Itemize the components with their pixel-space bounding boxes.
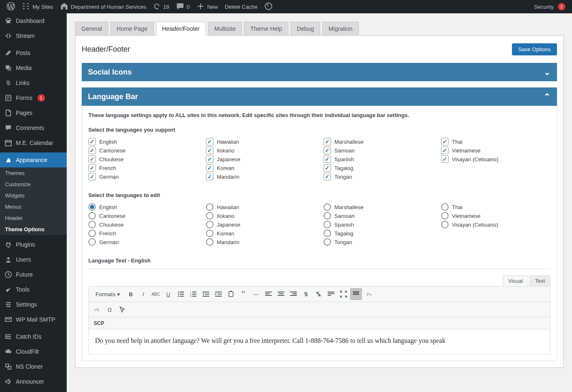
lang-radio-korean[interactable]: Korean bbox=[206, 230, 315, 237]
lang-radio-tagalog[interactable]: Tagalog bbox=[324, 230, 433, 237]
redo-button[interactable] bbox=[91, 304, 103, 315]
site-name[interactable]: Department of Human Services bbox=[57, 0, 150, 13]
lang-checkbox-chuukese[interactable]: Chuukese bbox=[88, 155, 198, 163]
tab-general[interactable]: General bbox=[75, 22, 108, 35]
strikethrough-button[interactable]: ABC bbox=[150, 288, 162, 300]
lang-checkbox-cantonese[interactable]: Cantonese bbox=[88, 147, 198, 154]
tab-home-page[interactable]: Home Page bbox=[110, 22, 154, 35]
align-right-button[interactable] bbox=[288, 288, 299, 300]
sidebar-item-settings[interactable]: Settings bbox=[0, 297, 67, 312]
tab-theme-help[interactable]: Theme Help bbox=[244, 22, 288, 35]
sidebar-item-pages[interactable]: Pages bbox=[0, 105, 67, 120]
lang-radio-visayan-cebuano-[interactable]: Visayan (Cebuano) bbox=[441, 221, 550, 228]
lang-radio-japanese[interactable]: Japanese bbox=[206, 221, 315, 228]
delete-cache[interactable]: Delete Cache bbox=[221, 0, 261, 13]
blockquote-button[interactable]: " bbox=[238, 288, 249, 300]
lang-checkbox-marshallese[interactable]: Marshallese bbox=[324, 138, 433, 145]
lang-radio-english[interactable]: English bbox=[88, 203, 198, 211]
paste-button[interactable] bbox=[225, 288, 237, 300]
fullscreen-button[interactable] bbox=[338, 288, 349, 300]
bullet-list-button[interactable] bbox=[175, 288, 187, 300]
lang-checkbox-german[interactable]: German bbox=[88, 173, 198, 180]
comments-menu[interactable]: 0 bbox=[173, 0, 193, 13]
sidebar-item-forms[interactable]: Forms1 bbox=[0, 90, 67, 105]
align-left-button[interactable] bbox=[263, 288, 274, 300]
tab-header-footer[interactable]: Header/Footer bbox=[156, 22, 206, 36]
unlink-button[interactable] bbox=[313, 288, 324, 300]
submenu-item-widgets[interactable]: Widgets bbox=[0, 190, 67, 201]
lang-radio-mandarin[interactable]: Mandarin bbox=[206, 238, 315, 246]
submenu-item-customize[interactable]: Customize bbox=[0, 179, 67, 190]
lang-radio-vietnamese[interactable]: Vietnamese bbox=[441, 212, 550, 220]
lang-checkbox-samoan[interactable]: Samoan bbox=[324, 147, 433, 154]
submenu-item-themes[interactable]: Themes bbox=[0, 167, 67, 179]
align-center-button[interactable] bbox=[275, 288, 287, 300]
submenu-item-header[interactable]: Header bbox=[0, 212, 67, 224]
performance[interactable] bbox=[261, 0, 276, 13]
lang-checkbox-hawaiian[interactable]: Hawaiian bbox=[206, 138, 315, 145]
hr-button[interactable]: — bbox=[250, 288, 262, 300]
lang-checkbox-korean[interactable]: Korean bbox=[206, 164, 315, 172]
number-list-button[interactable]: 123 bbox=[188, 288, 199, 300]
sidebar-item-ns-cloner[interactable]: NS Cloner bbox=[0, 359, 67, 368]
underline-button[interactable]: U bbox=[163, 288, 174, 300]
lang-checkbox-tongan[interactable]: Tongan bbox=[324, 173, 433, 180]
sidebar-item-media[interactable]: Media bbox=[0, 60, 67, 75]
lang-radio-ilokano[interactable]: Ilokano bbox=[206, 212, 315, 220]
sidebar-item-users[interactable]: Users bbox=[0, 252, 67, 267]
sidebar-item-m-e-calendar[interactable]: M.E. Calendar bbox=[0, 135, 67, 150]
text-tab[interactable]: Text bbox=[529, 275, 550, 286]
lang-checkbox-vietnamese[interactable]: Vietnamese bbox=[441, 147, 550, 154]
lang-checkbox-mandarin[interactable]: Mandarin bbox=[206, 173, 315, 180]
lang-checkbox-english[interactable]: English bbox=[88, 138, 198, 145]
updates[interactable]: 19 bbox=[150, 0, 172, 13]
lang-checkbox-french[interactable]: French bbox=[88, 164, 198, 172]
sidebar-item-appearance[interactable]: Appearance bbox=[0, 152, 67, 167]
special-char-button[interactable]: Ω bbox=[104, 304, 115, 315]
tab-multisite[interactable]: Multisite bbox=[208, 22, 242, 35]
lang-radio-french[interactable]: French bbox=[88, 230, 198, 237]
sidebar-item-future[interactable]: Future bbox=[0, 267, 67, 282]
sidebar-item-cloudfilt[interactable]: CloudFilt bbox=[0, 344, 67, 359]
sidebar-item-plugins[interactable]: Plugins bbox=[0, 237, 67, 252]
my-sites[interactable]: My Sites bbox=[18, 0, 57, 13]
save-button[interactable]: Save Options bbox=[512, 43, 557, 55]
lang-checkbox-spanish[interactable]: Spanish bbox=[324, 155, 433, 163]
link-button[interactable] bbox=[300, 288, 312, 300]
lang-radio-hawaiian[interactable]: Hawaiian bbox=[206, 203, 315, 211]
lang-checkbox-japanese[interactable]: Japanese bbox=[206, 155, 315, 163]
sidebar-item-posts[interactable]: Posts bbox=[0, 45, 67, 60]
formats-dropdown[interactable]: Formats ▾ bbox=[91, 290, 124, 299]
sidebar-item-tools[interactable]: Tools bbox=[0, 282, 67, 297]
lang-radio-german[interactable]: German bbox=[88, 238, 198, 246]
more-button[interactable] bbox=[325, 288, 337, 300]
lang-radio-samoan[interactable]: Samoan bbox=[324, 212, 433, 220]
lang-checkbox-ilokano[interactable]: Ilokano bbox=[206, 147, 315, 154]
italic-button[interactable]: I bbox=[138, 288, 149, 300]
lang-radio-marshallese[interactable]: Marshallese bbox=[324, 203, 433, 211]
lang-radio-tongan[interactable]: Tongan bbox=[324, 238, 433, 246]
indent-button[interactable] bbox=[213, 288, 224, 300]
lang-radio-spanish[interactable]: Spanish bbox=[324, 221, 433, 228]
sidebar-item-comments[interactable]: Comments bbox=[0, 120, 67, 135]
sidebar-item-links[interactable]: Links bbox=[0, 75, 67, 90]
lang-checkbox-visayan-cebuano-[interactable]: Visayan (Cebuano) bbox=[441, 155, 550, 163]
submenu-item-menus[interactable]: Menus bbox=[0, 201, 67, 212]
social-accordion-header[interactable]: Social Icons ⌄ bbox=[82, 63, 557, 81]
lang-checkbox-thai[interactable]: Thai bbox=[441, 138, 550, 145]
sidebar-item-stream[interactable]: Stream bbox=[0, 28, 67, 43]
security[interactable]: Security 2 bbox=[531, 0, 569, 13]
tab-migration[interactable]: Migration bbox=[322, 22, 359, 35]
toolbar-toggle-button[interactable] bbox=[350, 288, 362, 300]
lang-radio-thai[interactable]: Thai bbox=[441, 203, 550, 211]
tab-debug[interactable]: Debug bbox=[291, 22, 320, 35]
sidebar-item-dashboard[interactable]: Dashboard bbox=[0, 13, 67, 28]
clear-format-button[interactable] bbox=[116, 304, 128, 315]
new-content[interactable]: New bbox=[193, 0, 221, 13]
lang-radio-cantonese[interactable]: Cantonese bbox=[88, 212, 198, 220]
undo-button[interactable] bbox=[363, 288, 374, 300]
wp-menu[interactable] bbox=[3, 0, 18, 13]
sidebar-item-catch-ids[interactable]: Catch IDs bbox=[0, 329, 67, 344]
lang-checkbox-tagalog[interactable]: Tagalog bbox=[324, 164, 433, 172]
language-accordion-header[interactable]: Language Bar ⌃ bbox=[82, 87, 557, 106]
